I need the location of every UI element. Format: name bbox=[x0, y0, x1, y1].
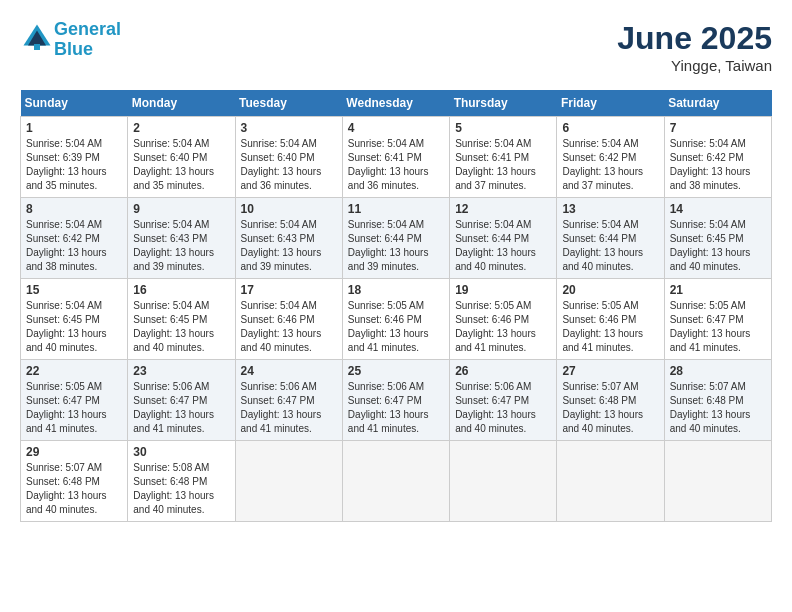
day-number: 19 bbox=[455, 283, 551, 297]
day-number: 28 bbox=[670, 364, 766, 378]
day-number: 26 bbox=[455, 364, 551, 378]
day-number: 23 bbox=[133, 364, 229, 378]
table-row: 1Sunrise: 5:04 AM Sunset: 6:39 PM Daylig… bbox=[21, 117, 128, 198]
table-row: 20Sunrise: 5:05 AM Sunset: 6:46 PM Dayli… bbox=[557, 279, 664, 360]
calendar-week-row: 29Sunrise: 5:07 AM Sunset: 6:48 PM Dayli… bbox=[21, 441, 772, 522]
table-row: 4Sunrise: 5:04 AM Sunset: 6:41 PM Daylig… bbox=[342, 117, 449, 198]
table-row: 13Sunrise: 5:04 AM Sunset: 6:44 PM Dayli… bbox=[557, 198, 664, 279]
table-row: 22Sunrise: 5:05 AM Sunset: 6:47 PM Dayli… bbox=[21, 360, 128, 441]
logo-text: General Blue bbox=[54, 20, 121, 60]
day-info: Sunrise: 5:04 AM Sunset: 6:42 PM Dayligh… bbox=[26, 218, 122, 274]
day-info: Sunrise: 5:06 AM Sunset: 6:47 PM Dayligh… bbox=[133, 380, 229, 436]
day-info: Sunrise: 5:04 AM Sunset: 6:42 PM Dayligh… bbox=[670, 137, 766, 193]
day-info: Sunrise: 5:04 AM Sunset: 6:44 PM Dayligh… bbox=[348, 218, 444, 274]
calendar-table: Sunday Monday Tuesday Wednesday Thursday… bbox=[20, 90, 772, 522]
day-number: 17 bbox=[241, 283, 337, 297]
table-row: 28Sunrise: 5:07 AM Sunset: 6:48 PM Dayli… bbox=[664, 360, 771, 441]
day-info: Sunrise: 5:05 AM Sunset: 6:46 PM Dayligh… bbox=[562, 299, 658, 355]
calendar-week-row: 1Sunrise: 5:04 AM Sunset: 6:39 PM Daylig… bbox=[21, 117, 772, 198]
day-number: 20 bbox=[562, 283, 658, 297]
day-number: 14 bbox=[670, 202, 766, 216]
table-row: 27Sunrise: 5:07 AM Sunset: 6:48 PM Dayli… bbox=[557, 360, 664, 441]
day-number: 27 bbox=[562, 364, 658, 378]
day-info: Sunrise: 5:05 AM Sunset: 6:47 PM Dayligh… bbox=[670, 299, 766, 355]
day-info: Sunrise: 5:04 AM Sunset: 6:43 PM Dayligh… bbox=[133, 218, 229, 274]
day-number: 15 bbox=[26, 283, 122, 297]
table-row: 17Sunrise: 5:04 AM Sunset: 6:46 PM Dayli… bbox=[235, 279, 342, 360]
day-number: 1 bbox=[26, 121, 122, 135]
day-number: 21 bbox=[670, 283, 766, 297]
day-info: Sunrise: 5:04 AM Sunset: 6:45 PM Dayligh… bbox=[670, 218, 766, 274]
table-row: 3Sunrise: 5:04 AM Sunset: 6:40 PM Daylig… bbox=[235, 117, 342, 198]
month-title: June 2025 bbox=[617, 20, 772, 57]
day-info: Sunrise: 5:04 AM Sunset: 6:40 PM Dayligh… bbox=[241, 137, 337, 193]
table-row: 29Sunrise: 5:07 AM Sunset: 6:48 PM Dayli… bbox=[21, 441, 128, 522]
table-row bbox=[235, 441, 342, 522]
day-info: Sunrise: 5:04 AM Sunset: 6:39 PM Dayligh… bbox=[26, 137, 122, 193]
day-number: 30 bbox=[133, 445, 229, 459]
day-number: 7 bbox=[670, 121, 766, 135]
day-info: Sunrise: 5:08 AM Sunset: 6:48 PM Dayligh… bbox=[133, 461, 229, 517]
day-info: Sunrise: 5:04 AM Sunset: 6:42 PM Dayligh… bbox=[562, 137, 658, 193]
day-number: 16 bbox=[133, 283, 229, 297]
day-info: Sunrise: 5:05 AM Sunset: 6:47 PM Dayligh… bbox=[26, 380, 122, 436]
logo-line2: Blue bbox=[54, 39, 93, 59]
day-info: Sunrise: 5:07 AM Sunset: 6:48 PM Dayligh… bbox=[26, 461, 122, 517]
day-number: 11 bbox=[348, 202, 444, 216]
table-row: 5Sunrise: 5:04 AM Sunset: 6:41 PM Daylig… bbox=[450, 117, 557, 198]
day-number: 5 bbox=[455, 121, 551, 135]
table-row bbox=[450, 441, 557, 522]
col-sunday: Sunday bbox=[21, 90, 128, 117]
day-info: Sunrise: 5:04 AM Sunset: 6:46 PM Dayligh… bbox=[241, 299, 337, 355]
table-row: 8Sunrise: 5:04 AM Sunset: 6:42 PM Daylig… bbox=[21, 198, 128, 279]
table-row: 15Sunrise: 5:04 AM Sunset: 6:45 PM Dayli… bbox=[21, 279, 128, 360]
day-number: 22 bbox=[26, 364, 122, 378]
day-info: Sunrise: 5:04 AM Sunset: 6:43 PM Dayligh… bbox=[241, 218, 337, 274]
col-friday: Friday bbox=[557, 90, 664, 117]
day-info: Sunrise: 5:05 AM Sunset: 6:46 PM Dayligh… bbox=[348, 299, 444, 355]
table-row: 24Sunrise: 5:06 AM Sunset: 6:47 PM Dayli… bbox=[235, 360, 342, 441]
table-row: 7Sunrise: 5:04 AM Sunset: 6:42 PM Daylig… bbox=[664, 117, 771, 198]
day-info: Sunrise: 5:07 AM Sunset: 6:48 PM Dayligh… bbox=[562, 380, 658, 436]
table-row: 16Sunrise: 5:04 AM Sunset: 6:45 PM Dayli… bbox=[128, 279, 235, 360]
day-number: 9 bbox=[133, 202, 229, 216]
col-thursday: Thursday bbox=[450, 90, 557, 117]
day-info: Sunrise: 5:06 AM Sunset: 6:47 PM Dayligh… bbox=[455, 380, 551, 436]
calendar-week-row: 15Sunrise: 5:04 AM Sunset: 6:45 PM Dayli… bbox=[21, 279, 772, 360]
day-info: Sunrise: 5:04 AM Sunset: 6:41 PM Dayligh… bbox=[348, 137, 444, 193]
col-saturday: Saturday bbox=[664, 90, 771, 117]
calendar-week-row: 8Sunrise: 5:04 AM Sunset: 6:42 PM Daylig… bbox=[21, 198, 772, 279]
table-row: 19Sunrise: 5:05 AM Sunset: 6:46 PM Dayli… bbox=[450, 279, 557, 360]
day-info: Sunrise: 5:04 AM Sunset: 6:44 PM Dayligh… bbox=[455, 218, 551, 274]
day-number: 8 bbox=[26, 202, 122, 216]
table-row: 23Sunrise: 5:06 AM Sunset: 6:47 PM Dayli… bbox=[128, 360, 235, 441]
table-row: 12Sunrise: 5:04 AM Sunset: 6:44 PM Dayli… bbox=[450, 198, 557, 279]
day-number: 2 bbox=[133, 121, 229, 135]
day-info: Sunrise: 5:04 AM Sunset: 6:41 PM Dayligh… bbox=[455, 137, 551, 193]
day-number: 10 bbox=[241, 202, 337, 216]
location: Yingge, Taiwan bbox=[617, 57, 772, 74]
table-row: 18Sunrise: 5:05 AM Sunset: 6:46 PM Dayli… bbox=[342, 279, 449, 360]
table-row: 10Sunrise: 5:04 AM Sunset: 6:43 PM Dayli… bbox=[235, 198, 342, 279]
logo-icon bbox=[22, 23, 52, 53]
table-row: 6Sunrise: 5:04 AM Sunset: 6:42 PM Daylig… bbox=[557, 117, 664, 198]
day-info: Sunrise: 5:07 AM Sunset: 6:48 PM Dayligh… bbox=[670, 380, 766, 436]
day-number: 13 bbox=[562, 202, 658, 216]
table-row bbox=[557, 441, 664, 522]
day-number: 4 bbox=[348, 121, 444, 135]
logo: General Blue bbox=[20, 20, 121, 60]
day-info: Sunrise: 5:04 AM Sunset: 6:45 PM Dayligh… bbox=[26, 299, 122, 355]
day-info: Sunrise: 5:06 AM Sunset: 6:47 PM Dayligh… bbox=[241, 380, 337, 436]
day-number: 6 bbox=[562, 121, 658, 135]
calendar-week-row: 22Sunrise: 5:05 AM Sunset: 6:47 PM Dayli… bbox=[21, 360, 772, 441]
table-row: 26Sunrise: 5:06 AM Sunset: 6:47 PM Dayli… bbox=[450, 360, 557, 441]
table-row: 14Sunrise: 5:04 AM Sunset: 6:45 PM Dayli… bbox=[664, 198, 771, 279]
day-number: 29 bbox=[26, 445, 122, 459]
table-row: 2Sunrise: 5:04 AM Sunset: 6:40 PM Daylig… bbox=[128, 117, 235, 198]
table-row: 11Sunrise: 5:04 AM Sunset: 6:44 PM Dayli… bbox=[342, 198, 449, 279]
svg-rect-2 bbox=[34, 44, 40, 50]
table-row bbox=[342, 441, 449, 522]
title-section: June 2025 Yingge, Taiwan bbox=[617, 20, 772, 74]
table-row: 21Sunrise: 5:05 AM Sunset: 6:47 PM Dayli… bbox=[664, 279, 771, 360]
day-number: 12 bbox=[455, 202, 551, 216]
